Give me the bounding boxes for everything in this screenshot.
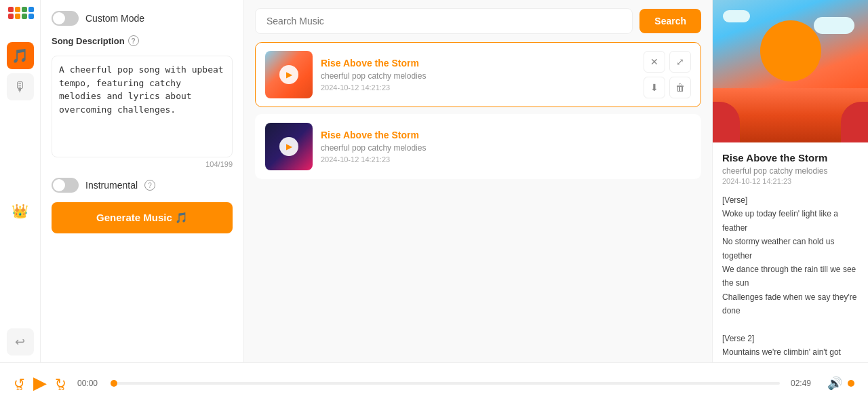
song-tags-1: cheerful pop catchy melodies <box>321 71 635 81</box>
current-time: 00:00 <box>77 379 103 388</box>
song-download-icon[interactable]: ⬇ <box>644 77 665 98</box>
song-thumb-1: ▶ <box>265 51 313 98</box>
custom-mode-label: Custom Mode <box>85 13 144 24</box>
rewind-15-button[interactable]: ↺ 15 <box>14 375 25 391</box>
left-panel: Custom Mode Song Description ? A cheerfu… <box>41 0 244 362</box>
total-time: 02:49 <box>791 379 816 388</box>
lyrics-text: [Verse] Woke up today feelin' light like… <box>722 193 859 360</box>
generate-music-button[interactable]: Generate Music 🎵 <box>52 202 233 233</box>
song-delete-icon[interactable]: 🗑 <box>669 77 691 98</box>
song-description-label: Song Description ? <box>52 35 233 46</box>
songs-list: ▶ Rise Above the Storm cheerful pop catc… <box>244 42 712 179</box>
search-button[interactable]: Search <box>639 9 701 33</box>
play-pause-button[interactable]: ▶ <box>33 372 47 394</box>
right-song-title: Rise Above the Storm <box>722 152 859 164</box>
song-share-icon[interactable]: ⤢ <box>669 51 691 73</box>
right-panel: Rise Above the Storm cheerful pop catchy… <box>712 0 868 362</box>
progress-dot <box>111 380 117 387</box>
sidebar-crown-icon[interactable]: 👑 <box>7 197 34 225</box>
play-button-2[interactable]: ▶ <box>279 137 298 156</box>
sidebar-exit-icon[interactable]: ↩ <box>7 328 34 356</box>
app-logo <box>8 7 33 31</box>
search-bar-row: Search <box>244 0 712 42</box>
bottom-player: ↺ 15 ▶ ↻ 15 00:00 02:49 🔊 <box>0 362 868 403</box>
song-info-1: Rise Above the Storm cheerful pop catchy… <box>321 58 635 92</box>
volume-dot <box>848 380 854 387</box>
player-controls: ↺ 15 ▶ ↻ 15 <box>14 372 66 394</box>
song-date-1: 2024-10-12 14:21:23 <box>321 83 635 92</box>
instrumental-label: Instrumental <box>85 180 138 191</box>
sidebar-disc-icon[interactable]: 🎙 <box>7 73 34 100</box>
instrumental-toggle[interactable] <box>52 178 79 193</box>
song-title-1: Rise Above the Storm <box>321 58 635 69</box>
song-actions-1: ✕ ⤢ ⬇ 🗑 <box>644 51 691 98</box>
custom-mode-row: Custom Mode <box>52 11 233 26</box>
custom-mode-toggle[interactable] <box>52 11 79 26</box>
volume-section: 🔊 <box>827 376 854 391</box>
album-art <box>713 0 868 142</box>
song-description-textarea[interactable]: A cheerful pop song with upbeat tempo, f… <box>52 56 233 157</box>
instrumental-help-icon[interactable]: ? <box>144 180 155 191</box>
song-info-2: Rise Above the Storm cheerful pop catchy… <box>321 130 691 164</box>
song-description-help-icon[interactable]: ? <box>128 35 139 46</box>
instrumental-row: Instrumental ? <box>52 178 233 193</box>
right-panel-info: Rise Above the Storm cheerful pop catchy… <box>713 142 868 362</box>
char-count: 104/199 <box>52 160 233 168</box>
song-description-section: Song Description ? <box>52 35 233 46</box>
play-button-1[interactable]: ▶ <box>279 65 298 84</box>
song-expand-icon[interactable]: ✕ <box>644 51 665 73</box>
right-song-date: 2024-10-12 14:21:23 <box>722 177 859 185</box>
song-date-2: 2024-10-12 14:21:23 <box>321 155 691 164</box>
song-tags-2: cheerful pop catchy melodies <box>321 143 691 153</box>
search-input[interactable] <box>255 8 633 34</box>
song-thumb-2: ▶ <box>265 123 313 170</box>
song-card-1[interactable]: ▶ Rise Above the Storm cheerful pop catc… <box>255 42 701 107</box>
main-content: Search ▶ Rise Above the Storm cheerful p… <box>244 0 712 362</box>
forward-15-button[interactable]: ↻ 15 <box>55 375 66 391</box>
sidebar: 🎵 🎙 👑 ↩ <box>0 0 41 362</box>
song-card-2[interactable]: ▶ Rise Above the Storm cheerful pop catc… <box>255 114 701 179</box>
progress-bar[interactable] <box>114 382 780 385</box>
song-title-2: Rise Above the Storm <box>321 130 691 140</box>
sidebar-music-icon[interactable]: 🎵 <box>7 42 34 69</box>
right-song-tags: cheerful pop catchy melodies <box>722 166 859 176</box>
volume-icon[interactable]: 🔊 <box>827 376 842 391</box>
